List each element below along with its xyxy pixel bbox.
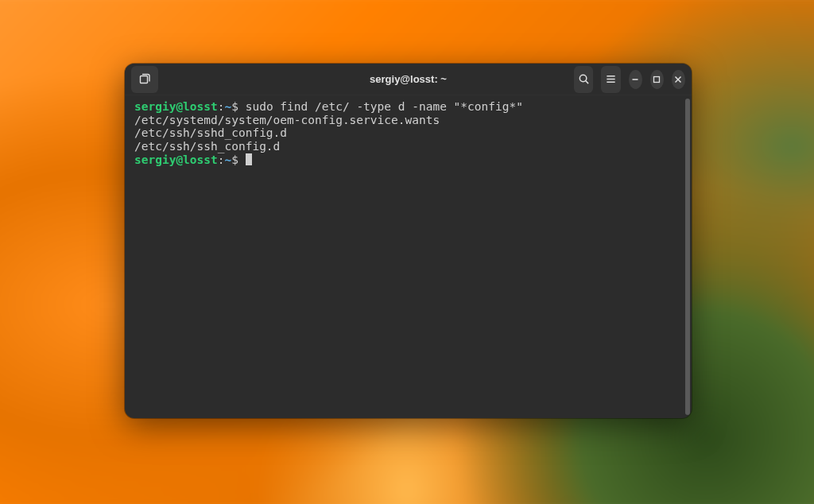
search-button[interactable] — [574, 66, 593, 93]
minimize-icon — [631, 76, 639, 83]
titlebar-left-controls — [131, 66, 242, 93]
window-title: sergiy@losst: ~ — [242, 73, 574, 85]
terminal-window: sergiy@losst: ~ — [125, 64, 692, 418]
minimize-button[interactable] — [629, 70, 642, 89]
svg-rect-0 — [141, 76, 148, 83]
svg-rect-7 — [654, 76, 660, 82]
spacer — [238, 153, 246, 166]
terminal-line: sergiy@losst:~$ — [134, 153, 682, 167]
prompt-path: ~ — [225, 100, 232, 113]
prompt-path: ~ — [225, 153, 232, 166]
prompt-symbol: $ — [231, 153, 238, 166]
svg-point-1 — [579, 75, 586, 81]
scrollbar[interactable] — [685, 99, 690, 415]
command-text: sudo find /etc/ -type d -name "*config*" — [246, 100, 523, 113]
output-line: /etc/ssh/ssh_config.d — [134, 140, 682, 153]
maximize-icon — [653, 76, 661, 83]
close-icon — [674, 76, 682, 83]
titlebar[interactable]: sergiy@losst: ~ — [125, 64, 692, 95]
hamburger-menu-icon — [605, 73, 617, 85]
titlebar-right-controls — [574, 66, 685, 93]
command-text — [238, 100, 246, 113]
new-tab-icon — [138, 73, 151, 86]
output-line: /etc/systemd/system/oem-config.service.w… — [134, 114, 682, 127]
svg-line-2 — [586, 81, 588, 83]
prompt-symbol: $ — [231, 100, 238, 113]
prompt-user-host: sergiy@losst — [134, 153, 218, 166]
menu-button[interactable] — [601, 66, 620, 93]
maximize-button[interactable] — [650, 70, 664, 89]
terminal-line: sergiy@losst:~$ sudo find /etc/ -type d … — [134, 100, 682, 114]
prompt-separator: : — [218, 100, 225, 113]
prompt-user-host: sergiy@losst — [134, 100, 218, 113]
terminal-cursor — [246, 153, 252, 165]
search-icon — [578, 73, 590, 85]
close-button[interactable] — [672, 70, 685, 89]
prompt-separator: : — [218, 153, 225, 166]
new-tab-button[interactable] — [131, 66, 158, 93]
terminal-content[interactable]: sergiy@losst:~$ sudo find /etc/ -type d … — [125, 95, 692, 418]
output-line: /etc/ssh/sshd_config.d — [134, 126, 682, 140]
